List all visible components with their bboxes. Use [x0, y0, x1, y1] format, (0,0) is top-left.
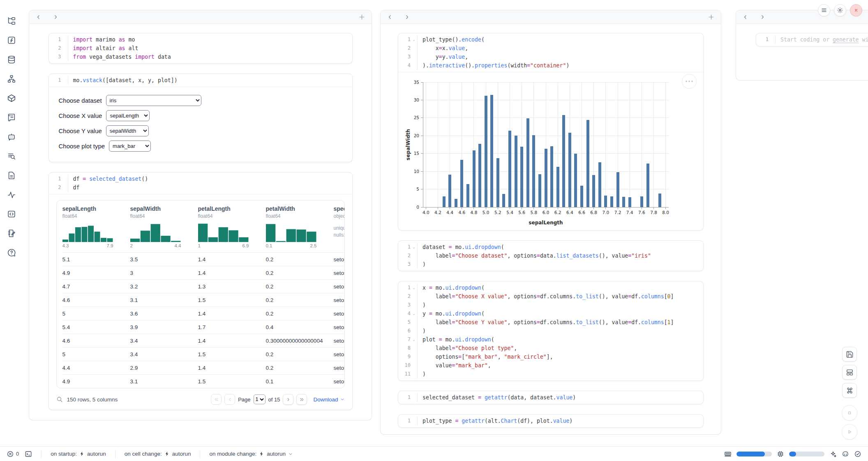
activity-icon[interactable] — [7, 190, 16, 199]
line-number: 6 — [398, 327, 411, 335]
table-row: 53.61.40.2setosa — [62, 307, 344, 320]
connection-status-icon[interactable] — [854, 450, 861, 458]
log-search-icon[interactable] — [7, 152, 16, 161]
page-select[interactable]: 1 — [254, 394, 265, 404]
code-cell-dataset-dropdown[interactable]: 1⌄dataset = mo.ui.dropdown(2 label="Choo… — [398, 240, 704, 271]
ai-sparkles-icon[interactable] — [829, 450, 837, 458]
line-number: 3 — [398, 301, 411, 309]
play-circle-button[interactable] — [842, 424, 857, 440]
column-header-petalLength[interactable]: petalLengthfloat6416.9 — [198, 205, 266, 252]
choose-plot-type-select[interactable]: mark_bar — [109, 141, 151, 152]
package-icon[interactable] — [7, 94, 16, 103]
menu-button[interactable] — [818, 4, 830, 16]
column-header-sepalWidth[interactable]: sepalWidthfloat6424.4 — [130, 205, 198, 252]
line-number: 1 — [756, 35, 769, 44]
chevron-left-icon[interactable] — [387, 14, 393, 20]
fold-chevron-icon[interactable]: ⌄ — [411, 284, 417, 292]
choose-x-value-select[interactable]: sepalLength — [106, 110, 150, 121]
code-cell-plot-type[interactable]: 1plot_type = getattr(alt.Chart(df), plot… — [398, 414, 704, 428]
chart-output[interactable]: 4.04.24.44.64.85.05.25.45.65.86.06.26.46… — [398, 72, 703, 230]
svg-text:10: 10 — [414, 169, 419, 174]
control-label: Choose Y value — [59, 127, 102, 134]
code-line: x=x.value, — [417, 44, 468, 53]
svg-text:25: 25 — [414, 115, 419, 120]
code-line: ).interactive().properties(width="contai… — [417, 61, 569, 70]
choose-y-value-select[interactable]: sepalWidth — [106, 125, 149, 136]
column-header-petalWidth[interactable]: petalWidthfloat640.12.5 — [266, 205, 334, 252]
code-snippets-icon[interactable] — [7, 210, 16, 219]
code-line: y = mo.ui.dropdown( — [417, 309, 485, 318]
chevron-right-icon[interactable] — [404, 14, 410, 20]
on-startup-setting[interactable]: on startup: autorun — [51, 451, 106, 457]
code-line: ) — [417, 370, 426, 378]
fold-chevron-icon[interactable]: ⌄ — [411, 309, 417, 318]
lightning-bolt-icon — [259, 451, 264, 456]
save-button[interactable] — [842, 347, 857, 362]
svg-text:5: 5 — [416, 187, 419, 191]
on-cell-change-setting[interactable]: on cell change: autorun — [125, 451, 191, 457]
code-cell-xy-plot-dropdowns[interactable]: 1⌄x = mo.ui.dropdown(2 label="Choose X v… — [398, 281, 704, 381]
bar-chart[interactable]: 4.04.24.44.64.85.05.25.45.65.86.06.26.46… — [404, 77, 699, 228]
column-histogram — [130, 223, 181, 242]
chart-menu-button[interactable] — [682, 74, 697, 89]
copilot-icon[interactable] — [842, 450, 849, 458]
svg-text:sepalWidth: sepalWidth — [405, 129, 411, 160]
last-page-button[interactable] — [296, 394, 307, 405]
editor-placeholder: Start coding or generate with — [775, 35, 868, 44]
line-number: 2 — [49, 44, 61, 53]
line-number: 9 — [398, 353, 411, 361]
settings-button[interactable] — [834, 4, 846, 16]
chat-bot-icon[interactable] — [7, 132, 16, 141]
dataframe-header: sepalLengthfloat644.37.9sepalWidthfloat6… — [62, 205, 344, 252]
code-line: label="Choose Y value", options=df.colum… — [417, 318, 674, 327]
code-cell-imports[interactable]: 1import marimo as mo2import altair as al… — [48, 33, 353, 64]
chevron-right-icon[interactable] — [53, 14, 59, 20]
previous-page-button[interactable] — [224, 394, 235, 405]
code-cell-selected-dataset[interactable]: 1selected_dataset = getattr(data, datase… — [398, 391, 704, 404]
scratchpad-icon[interactable] — [7, 229, 16, 238]
chevron-left-icon[interactable] — [35, 14, 42, 20]
function-square-icon[interactable] — [7, 36, 16, 45]
column-header-species[interactable]: speciesobjectunique:nulls: — [334, 205, 345, 252]
choose-dataset-select[interactable]: iris — [106, 95, 201, 106]
control-row: Choose datasetiris — [59, 95, 342, 106]
on-module-change-setting[interactable]: on module change: autorun — [209, 451, 293, 457]
document-icon[interactable] — [7, 171, 16, 180]
column-header-sepalLength[interactable]: sepalLengthfloat644.37.9 — [62, 205, 130, 252]
control-row: Choose plot typemark_bar — [59, 140, 342, 152]
add-cell-icon[interactable] — [358, 14, 365, 21]
generate-link[interactable]: generate — [833, 37, 859, 43]
dependency-graph-icon[interactable] — [7, 74, 16, 83]
download-button[interactable]: Download — [313, 396, 344, 403]
first-page-button[interactable] — [211, 394, 222, 405]
search-icon[interactable] — [56, 396, 63, 403]
command-button[interactable] — [842, 383, 857, 398]
next-page-button[interactable] — [283, 394, 293, 405]
errors-indicator[interactable]: 0 — [7, 450, 19, 458]
add-cell-icon[interactable] — [708, 14, 715, 21]
code-cell-plot[interactable]: 1⌄plot_type().encode(2 x=x.value,3 y=y.v… — [398, 33, 704, 230]
lightning-bolt-icon — [164, 451, 170, 456]
help-circle-icon[interactable] — [7, 248, 16, 257]
svg-text:4.6: 4.6 — [458, 210, 465, 215]
notebook-actions — [842, 347, 857, 440]
terminal-icon[interactable] — [25, 450, 32, 458]
fold-chevron-icon[interactable]: ⌄ — [411, 335, 417, 344]
database-icon[interactable] — [7, 55, 16, 64]
code-cell-vstack[interactable]: 1mo.vstack([dataset, x, y, plot]) Choose… — [48, 74, 353, 162]
file-tree-icon[interactable] — [7, 16, 16, 25]
code-cell-dataframe[interactable]: 1df = selected_dataset()2df sepalLengthf… — [48, 172, 353, 410]
table-row: 4.63.11.50.2setosa — [62, 293, 344, 307]
fold-chevron-icon[interactable]: ⌄ — [411, 35, 417, 44]
chevron-left-icon[interactable] — [742, 14, 748, 20]
empty-code-cell[interactable]: 1 Start coding or generate with — [756, 33, 868, 46]
fold-chevron-icon[interactable]: ⌄ — [411, 243, 417, 251]
script-icon[interactable] — [7, 113, 16, 122]
svg-text:6.4: 6.4 — [566, 210, 573, 215]
layout-grid-button[interactable] — [842, 365, 857, 380]
stop-circle-button[interactable] — [842, 405, 857, 421]
close-button[interactable] — [850, 4, 862, 16]
chevron-right-icon[interactable] — [760, 14, 766, 20]
line-number: 2 — [49, 183, 61, 192]
svg-text:6.8: 6.8 — [590, 210, 597, 215]
